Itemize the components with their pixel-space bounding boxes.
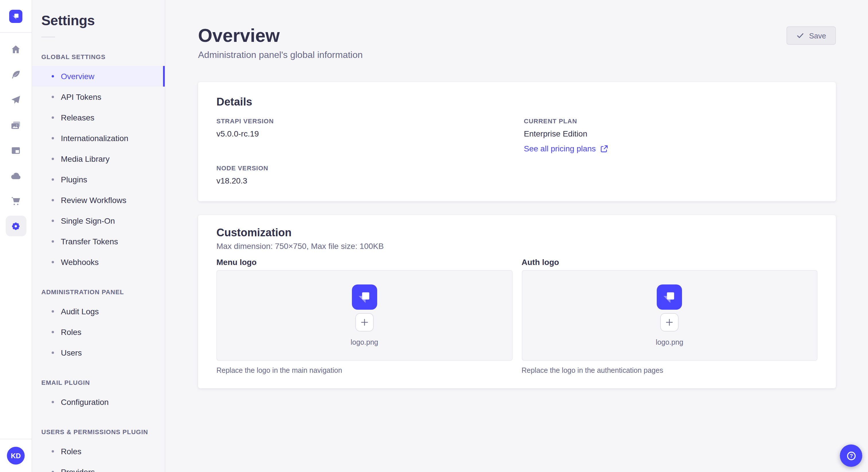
menu-logo-block: Menu logo xyxy=(216,258,513,374)
field-label: CURRENT PLAN xyxy=(524,117,817,125)
bullet-icon xyxy=(52,199,54,201)
nav-rail: KD xyxy=(0,0,32,472)
customization-constraints: Max dimension: 750×750, Max file size: 1… xyxy=(216,241,817,250)
sidebar-item-audit-logs[interactable]: Audit Logs xyxy=(32,301,165,322)
sidebar-section-heading: USERS & PERMISSIONS PLUGIN xyxy=(41,429,156,435)
sidebar-item-review-workflows[interactable]: Review Workflows xyxy=(32,190,165,210)
plus-icon xyxy=(665,318,674,327)
auth-logo-thumbnail xyxy=(657,284,682,310)
strapi-logo-icon[interactable] xyxy=(9,10,22,23)
sidebar-item-media-library[interactable]: Media Library xyxy=(32,148,165,169)
logo-grid: Menu logo xyxy=(216,258,817,374)
sidebar-item-label: Webhooks xyxy=(61,258,99,267)
feather-icon[interactable] xyxy=(5,64,26,85)
home-icon[interactable] xyxy=(5,39,26,60)
sidebar-item-label: Configuration xyxy=(61,398,109,407)
add-logo-button[interactable] xyxy=(355,313,374,332)
sidebar-item-roles[interactable]: Roles xyxy=(32,322,165,342)
menu-logo-thumbnail xyxy=(352,284,377,310)
menu-logo-upload-box[interactable]: logo.png xyxy=(216,270,513,361)
rail-divider xyxy=(0,32,32,33)
external-link-icon xyxy=(600,145,608,152)
sidebar-item-label: Providers xyxy=(61,467,95,472)
pictures-icon[interactable] xyxy=(5,115,26,135)
paper-plane-icon[interactable] xyxy=(5,90,26,110)
bullet-icon xyxy=(52,96,54,98)
gear-icon[interactable] xyxy=(5,216,26,236)
app-window: KD Settings GLOBAL SETTINGSOverviewAPI T… xyxy=(0,0,868,472)
sidebar-section-heading: ADMINISTRATION PANEL xyxy=(41,289,156,295)
save-button[interactable]: Save xyxy=(787,26,836,45)
help-button[interactable]: ? xyxy=(840,444,862,467)
sidebar-item-label: Media Library xyxy=(61,154,110,164)
bullet-icon xyxy=(52,137,54,139)
field-label: NODE VERSION xyxy=(216,165,510,171)
details-card: Details STRAPI VERSION v5.0.0-rc.19 NODE… xyxy=(198,82,836,201)
question-mark-icon: ? xyxy=(845,450,857,461)
page-subtitle: Administration panel's global informatio… xyxy=(198,50,363,60)
bullet-icon xyxy=(52,351,54,354)
main-content: Overview Administration panel's global i… xyxy=(165,0,868,472)
sidebar-item-label: API Tokens xyxy=(61,92,101,102)
bullet-icon xyxy=(52,220,54,222)
sidebar-item-roles[interactable]: Roles xyxy=(32,441,165,462)
pricing-plans-link-label: See all pricing plans xyxy=(524,144,596,153)
sidebar-item-internationalization[interactable]: Internationalization xyxy=(32,128,165,148)
cart-icon[interactable] xyxy=(5,191,26,211)
sidebar-title: Settings xyxy=(41,12,165,29)
logo-filename: logo.png xyxy=(351,338,378,346)
add-logo-button[interactable] xyxy=(660,313,679,332)
sidebar-section-list: Configuration xyxy=(32,392,165,412)
field-value: v5.0.0-rc.19 xyxy=(216,129,510,138)
layout-icon[interactable] xyxy=(5,140,26,161)
bullet-icon xyxy=(52,310,54,312)
bullet-icon xyxy=(52,158,54,160)
sidebar-item-label: Transfer Tokens xyxy=(61,237,118,246)
bullet-icon xyxy=(52,401,54,403)
sidebar-item-overview[interactable]: Overview xyxy=(32,66,165,87)
rail-bottom: KD xyxy=(0,439,32,472)
sidebar-item-plugins[interactable]: Plugins xyxy=(32,169,165,190)
plus-icon xyxy=(360,318,369,327)
page-title: Overview xyxy=(198,25,363,46)
sidebar-item-label: Audit Logs xyxy=(61,307,99,316)
strapi-logo-glyph xyxy=(356,289,373,306)
sidebar-item-releases[interactable]: Releases xyxy=(32,107,165,128)
svg-text:?: ? xyxy=(849,453,853,459)
auth-logo-block: Auth logo xyxy=(522,258,817,374)
auth-logo-upload-box[interactable]: logo.png xyxy=(522,270,817,361)
sidebar-item-providers[interactable]: Providers xyxy=(32,462,165,472)
bullet-icon xyxy=(52,261,54,263)
sidebar-sections: GLOBAL SETTINGSOverviewAPI TokensRelease… xyxy=(32,53,165,472)
rail-icon-menu xyxy=(5,39,26,236)
sidebar-item-single-sign-on[interactable]: Single Sign-On xyxy=(32,210,165,231)
pricing-plans-link[interactable]: See all pricing plans xyxy=(524,144,608,153)
bullet-icon xyxy=(52,331,54,333)
auth-logo-hint: Replace the logo in the authentication p… xyxy=(522,367,817,374)
strapi-logo-glyph xyxy=(661,289,678,306)
details-fields: STRAPI VERSION v5.0.0-rc.19 NODE VERSION… xyxy=(216,117,817,185)
save-button-label: Save xyxy=(809,31,826,40)
strapi-logo-glyph xyxy=(11,11,21,21)
field-label: STRAPI VERSION xyxy=(216,117,510,125)
check-icon xyxy=(797,32,805,40)
title-divider xyxy=(41,37,55,37)
sidebar-item-label: Overview xyxy=(61,72,94,81)
sidebar-item-webhooks[interactable]: Webhooks xyxy=(32,252,165,272)
sidebar-section-heading: EMAIL PLUGIN xyxy=(41,379,156,386)
settings-sidebar: Settings GLOBAL SETTINGSOverviewAPI Toke… xyxy=(32,0,165,472)
sidebar-section-list: OverviewAPI TokensReleasesInternationali… xyxy=(32,66,165,272)
sidebar-item-users[interactable]: Users xyxy=(32,342,165,363)
bullet-icon xyxy=(52,116,54,119)
bullet-icon xyxy=(52,450,54,452)
rail-divider xyxy=(0,439,32,439)
bullet-icon xyxy=(52,471,54,472)
details-heading: Details xyxy=(216,96,817,108)
sidebar-item-transfer-tokens[interactable]: Transfer Tokens xyxy=(32,231,165,252)
sidebar-item-api-tokens[interactable]: API Tokens xyxy=(32,87,165,107)
avatar[interactable]: KD xyxy=(7,447,25,465)
logo-filename: logo.png xyxy=(656,338,683,346)
bullet-icon xyxy=(52,75,54,77)
cloud-icon[interactable] xyxy=(5,165,26,186)
sidebar-item-configuration[interactable]: Configuration xyxy=(32,392,165,412)
